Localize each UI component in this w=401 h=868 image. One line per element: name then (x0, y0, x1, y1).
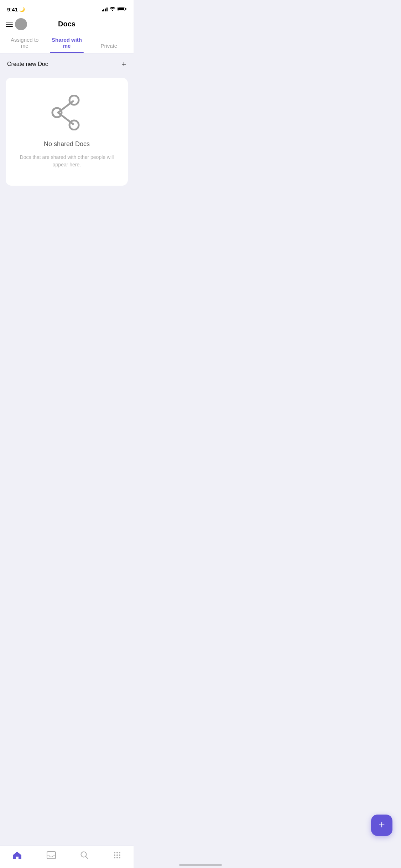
signal-icon (102, 7, 108, 11)
header-left-controls (6, 18, 27, 30)
avatar[interactable] (15, 18, 27, 30)
create-doc-bar: Create new Doc + (0, 53, 134, 75)
svg-point-5 (69, 95, 79, 105)
status-bar: 9:41 🌙 (0, 0, 134, 16)
wifi-icon (110, 6, 115, 12)
page: 9:41 🌙 (0, 0, 134, 289)
status-time: 9:41 (7, 6, 18, 12)
share-icon (47, 95, 87, 132)
create-doc-label: Create new Doc (7, 61, 48, 67)
moon-icon: 🌙 (19, 7, 25, 12)
svg-rect-2 (118, 7, 124, 10)
svg-rect-1 (125, 8, 126, 10)
main-content: No shared Docs Docs that are shared with… (0, 75, 134, 289)
tab-assigned-to-me[interactable]: Assigned to me (4, 32, 46, 53)
hamburger-menu-button[interactable] (6, 22, 13, 27)
create-doc-button[interactable]: + (121, 60, 126, 68)
status-icons (102, 6, 127, 12)
battery-icon (118, 6, 126, 12)
svg-point-7 (69, 120, 79, 130)
svg-point-6 (52, 108, 62, 117)
tab-navigation: Assigned to me Shared with me Private (0, 32, 134, 53)
tab-private[interactable]: Private (88, 38, 130, 53)
header: Docs (0, 16, 134, 32)
empty-state-title: No shared Docs (44, 140, 90, 148)
tab-shared-with-me[interactable]: Shared with me (46, 32, 88, 53)
empty-state-card: No shared Docs Docs that are shared with… (6, 78, 128, 186)
empty-state-description: Docs that are shared with other people w… (14, 154, 119, 169)
